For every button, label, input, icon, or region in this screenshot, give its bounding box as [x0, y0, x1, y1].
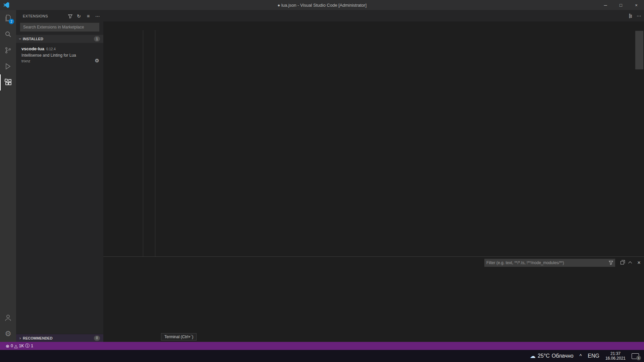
cloud-icon: ☁	[530, 353, 536, 360]
refresh-icon[interactable]: ↻	[76, 13, 82, 19]
minimize-button[interactable]: ─	[598, 0, 613, 10]
extensions-sidebar: EXTENSIONS ↻ ≡ ⋯ › INSTALLED 1 vscode-lu…	[16, 10, 103, 342]
indent-guide	[155, 30, 155, 256]
chevron-up-icon: ^	[580, 353, 582, 359]
extension-description: Intellisense and Linting for Lua	[21, 53, 99, 58]
explorer-badge: 2	[9, 19, 14, 24]
minimap[interactable]	[600, 30, 635, 256]
recommended-section-header[interactable]: › RECOMMENDED 0	[16, 334, 103, 342]
date: 16.06.2021	[605, 356, 626, 361]
manage-gear-icon[interactable]: ⚙	[0, 326, 16, 342]
editor-scrollbar[interactable]	[635, 30, 644, 256]
scrollbar-thumb[interactable]	[635, 31, 643, 69]
vscode-logo-icon	[3, 2, 9, 8]
extension-item-vscode-lua[interactable]: vscode-lua0.12.4 Intellisense and Lintin…	[16, 43, 103, 66]
weather-widget[interactable]: ☁ 25°C Облачно	[527, 350, 577, 362]
system-tray: ☁ 25°C Облачно ^ ENG 21:37 16.06.2021 1	[527, 350, 644, 362]
search-icon[interactable]	[0, 26, 16, 42]
extensions-icon[interactable]	[0, 74, 16, 90]
problems-filter-input[interactable]	[486, 260, 609, 265]
extensions-search-input[interactable]	[23, 25, 96, 29]
extension-name: vscode-lua	[21, 46, 44, 51]
clock[interactable]: 21:37 16.06.2021	[602, 350, 629, 362]
maximize-button[interactable]: □	[613, 0, 629, 10]
window-controls: ─ □ ×	[598, 0, 644, 10]
close-button[interactable]: ×	[629, 0, 644, 10]
action-center-button[interactable]: 1	[629, 350, 642, 362]
weather-condition: Облачно	[552, 353, 574, 359]
editor-tabs: ⫿⫾ ⋯	[103, 10, 644, 21]
split-editor-icon[interactable]: ⫿⫾	[629, 13, 632, 19]
info-icon: ⓘ	[25, 343, 30, 349]
problems-status[interactable]: ⊗ 0 △ 1K ⓘ 1	[3, 342, 36, 350]
maximize-panel-icon[interactable]	[628, 261, 632, 265]
more-actions-icon[interactable]: ⋯	[95, 13, 101, 19]
hidden-icons-button[interactable]: ^	[577, 350, 585, 362]
extension-author: trixnz	[21, 59, 99, 63]
extension-version: 0.12.4	[46, 47, 56, 51]
explorer-icon[interactable]: 2	[0, 10, 16, 26]
indent-guide	[143, 30, 143, 256]
extension-manage-gear-icon[interactable]: ⚙	[95, 58, 99, 64]
filter-icon[interactable]	[68, 14, 72, 18]
title-bar: ● lua.json - Visual Studio Code [Adminis…	[0, 0, 644, 10]
code-editor[interactable]	[103, 30, 644, 256]
installed-section-header[interactable]: › INSTALLED 1	[16, 35, 103, 43]
window-title: ● lua.json - Visual Studio Code [Adminis…	[277, 3, 367, 8]
sidebar-title: EXTENSIONS	[23, 14, 68, 18]
panel-actions: ×	[484, 257, 641, 268]
activity-bar: 2 ⚙	[0, 10, 16, 342]
extensions-search-box[interactable]	[20, 23, 99, 32]
chevron-right-icon: ›	[17, 336, 23, 341]
status-bar: ⊗ 0 △ 1K ⓘ 1	[0, 342, 644, 350]
source-control-icon[interactable]	[0, 42, 16, 58]
recommended-count-badge: 0	[94, 336, 100, 341]
sidebar-actions: ↻ ≡ ⋯	[68, 13, 101, 19]
installed-count-badge: 1	[94, 36, 100, 42]
breadcrumb	[103, 21, 644, 30]
bottom-panel: Terminal (Ctrl+`) ×	[103, 256, 644, 342]
terminal-tooltip: Terminal (Ctrl+`)	[161, 333, 197, 341]
panel-header: ×	[103, 257, 644, 268]
weather-temp: 25°C	[538, 353, 550, 359]
windows-taskbar: ☁ 25°C Облачно ^ ENG 21:37 16.06.2021 1	[0, 350, 644, 362]
problems-filter-box[interactable]	[484, 259, 615, 267]
warning-icon: △	[14, 344, 18, 349]
error-icon: ⊗	[6, 344, 9, 349]
close-panel-icon[interactable]: ×	[637, 260, 641, 265]
notification-badge: 1	[636, 356, 641, 360]
restore-panel-icon[interactable]	[621, 261, 624, 264]
account-icon[interactable]	[0, 310, 16, 326]
run-debug-icon[interactable]	[0, 58, 16, 74]
vscode-window: ● lua.json - Visual Studio Code [Adminis…	[0, 0, 644, 362]
problems-list	[103, 268, 644, 342]
clear-search-icon[interactable]: ≡	[85, 13, 91, 19]
editor-more-actions-icon[interactable]: ⋯	[637, 13, 641, 18]
notification-icon: 1	[632, 353, 639, 359]
filter-icon[interactable]	[609, 260, 613, 265]
language-indicator[interactable]: ENG	[585, 350, 602, 362]
chevron-down-icon: ›	[18, 36, 22, 42]
time: 21:37	[605, 351, 626, 356]
